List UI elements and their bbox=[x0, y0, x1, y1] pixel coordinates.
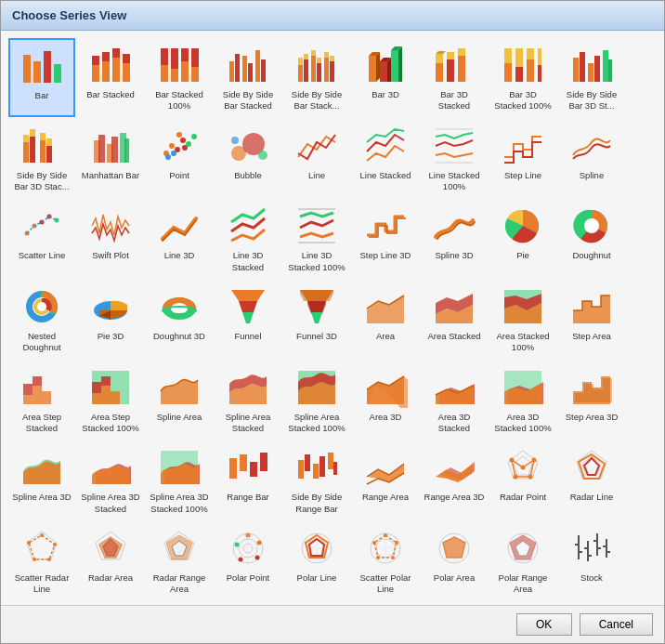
chart-item-radar-range-area[interactable]: Radar Range Area bbox=[146, 521, 213, 600]
radar-point-label: Radar Point bbox=[500, 492, 546, 503]
chart-item-bar-3d[interactable]: Bar 3D bbox=[352, 38, 419, 117]
svg-rect-44 bbox=[391, 50, 398, 82]
chart-item-doughnut[interactable]: Doughnut bbox=[558, 199, 625, 278]
chart-item-area-3d-stacked[interactable]: Area 3D Stacked bbox=[421, 361, 488, 440]
cancel-button[interactable]: Cancel bbox=[580, 613, 653, 636]
svg-point-174 bbox=[40, 533, 44, 537]
chart-item-bar-3d-stacked[interactable]: Bar 3D Stacked bbox=[421, 38, 488, 117]
chart-item-bar-stacked-100[interactable]: Bar Stacked 100% bbox=[146, 38, 213, 117]
chart-item-line-3d-stacked-100[interactable]: Line 3D Stacked 100% bbox=[283, 199, 350, 278]
chart-item-line[interactable]: Line bbox=[283, 119, 350, 198]
svg-rect-73 bbox=[40, 133, 46, 140]
side-by-side-bar-stacked-label: Side By Side Bar Stacked bbox=[217, 89, 279, 112]
chart-item-swift-plot[interactable]: Swift Plot bbox=[77, 199, 144, 278]
chart-item-polar-range-area[interactable]: Polar Range Area bbox=[489, 521, 556, 600]
area-stacked-label: Area Stacked bbox=[427, 331, 480, 342]
chart-item-range-bar[interactable]: Range Bar bbox=[215, 440, 281, 519]
ok-button[interactable]: OK bbox=[516, 613, 572, 636]
chart-item-funnel-3d[interactable]: Funnel 3D bbox=[283, 280, 350, 359]
chart-item-step-area-3d[interactable]: Step Area 3D bbox=[558, 361, 625, 440]
chart-item-stock[interactable]: Stock bbox=[558, 521, 625, 600]
chart-item-area-stacked-100[interactable]: Area Stacked 100% bbox=[489, 280, 556, 359]
chart-item-doughnut-3d[interactable]: Doughnut 3D bbox=[146, 280, 213, 359]
bar-label: Bar bbox=[35, 90, 49, 101]
line-3d-stacked-label: Line 3D Stacked bbox=[217, 250, 279, 273]
step-area-label: Step Area bbox=[572, 331, 611, 342]
chart-item-point[interactable]: Point bbox=[146, 119, 213, 198]
chart-item-step-line[interactable]: Step Line bbox=[489, 119, 556, 198]
chart-item-spline-area-3d-stacked-100[interactable]: Spline Area 3D Stacked 100% bbox=[146, 440, 213, 519]
svg-point-207 bbox=[395, 541, 398, 545]
chart-item-bubble[interactable]: Bubble bbox=[215, 119, 281, 198]
chart-item-line-stacked[interactable]: Line Stacked bbox=[352, 119, 419, 198]
svg-rect-32 bbox=[317, 63, 321, 82]
chart-item-polar-line[interactable]: Polar Line bbox=[283, 521, 350, 600]
polar-line-icon bbox=[294, 526, 339, 571]
chart-item-funnel[interactable]: Funnel bbox=[215, 280, 281, 359]
chart-item-manhattan-bar[interactable]: Manhattan Bar bbox=[77, 119, 144, 198]
svg-point-87 bbox=[191, 134, 197, 139]
chart-item-area-step-stacked[interactable]: Area Step Stacked bbox=[8, 361, 75, 440]
svg-rect-13 bbox=[161, 48, 168, 65]
chart-item-bar[interactable]: Bar bbox=[8, 38, 75, 117]
chart-item-step-line-3d[interactable]: Step Line 3D bbox=[352, 199, 419, 278]
svg-rect-15 bbox=[171, 48, 178, 69]
chart-item-spline-area-stacked-100[interactable]: Spline Area Stacked 100% bbox=[283, 361, 350, 440]
chart-grid: Bar Bar Stacked bbox=[1, 31, 664, 605]
spline-area-3d-stacked-100-icon bbox=[157, 445, 202, 490]
chart-item-area-step-stacked-100[interactable]: Area Step Stacked 100% bbox=[77, 361, 144, 440]
chart-item-spline-3d[interactable]: Spline 3D bbox=[421, 199, 488, 278]
chart-item-nested-doughnut[interactable]: Nested Doughnut bbox=[8, 280, 75, 359]
svg-point-90 bbox=[176, 132, 182, 138]
scatter-radar-line-label: Scatter Radar Line bbox=[11, 572, 72, 596]
chart-item-line-stacked-100[interactable]: Line Stacked 100% bbox=[421, 119, 488, 198]
chart-item-area[interactable]: Area bbox=[352, 280, 419, 359]
svg-marker-46 bbox=[398, 46, 402, 82]
svg-rect-75 bbox=[46, 138, 52, 146]
bubble-icon bbox=[226, 124, 270, 168]
chart-item-area-stacked[interactable]: Area Stacked bbox=[421, 280, 488, 359]
chart-item-spline-area[interactable]: Spline Area bbox=[146, 361, 213, 440]
svg-rect-25 bbox=[261, 59, 266, 82]
chart-item-scatter-line[interactable]: Scatter Line bbox=[8, 199, 75, 278]
chart-item-spline[interactable]: Spline bbox=[558, 119, 625, 198]
chart-item-bar-stacked[interactable]: Bar Stacked bbox=[77, 38, 144, 117]
chart-item-spline-area-3d[interactable]: Spline Area 3D bbox=[8, 440, 75, 519]
chart-item-side-by-side-range-bar[interactable]: Side By Side Range Bar bbox=[283, 440, 350, 519]
svg-point-176 bbox=[47, 558, 51, 561]
chart-item-range-area-3d[interactable]: Range Area 3D bbox=[421, 440, 488, 519]
chart-item-radar-point[interactable]: Radar Point bbox=[489, 440, 556, 519]
chart-item-scatter-polar-line[interactable]: Scatter Polar Line bbox=[352, 521, 419, 600]
chart-item-radar-line[interactable]: Radar Line bbox=[558, 440, 625, 519]
chart-item-area-3d-stacked-100[interactable]: Area 3D Stacked 100% bbox=[489, 361, 556, 440]
dialog-title: Choose Series View bbox=[1, 1, 664, 31]
chart-item-step-area[interactable]: Step Area bbox=[558, 280, 625, 359]
svg-rect-70 bbox=[30, 137, 35, 163]
chart-item-side-by-side-bar-3d-st[interactable]: Side By Side Bar 3D St... bbox=[558, 38, 625, 117]
chart-item-spline-area-3d-stacked[interactable]: Spline Area 3D Stacked bbox=[77, 440, 144, 519]
svg-point-178 bbox=[27, 541, 31, 545]
spline-area-3d-stacked-100-label: Spline Area 3D Stacked 100% bbox=[149, 492, 210, 515]
chart-item-side-by-side-bar-3d-stac[interactable]: Side By Side Bar 3D Stac... bbox=[8, 119, 75, 198]
chart-item-polar-area[interactable]: Polar Area bbox=[421, 521, 488, 600]
scatter-radar-line-icon bbox=[20, 526, 64, 571]
chart-item-side-by-side-bar-stacked[interactable]: Side By Side Bar Stacked bbox=[215, 38, 281, 117]
svg-rect-63 bbox=[580, 52, 585, 82]
chart-item-radar-area[interactable]: Radar Area bbox=[77, 521, 144, 600]
chart-item-scatter-radar-line[interactable]: Scatter Radar Line bbox=[8, 521, 75, 600]
chart-item-pie-3d[interactable]: Pie 3D bbox=[77, 280, 144, 359]
svg-rect-30 bbox=[311, 56, 316, 82]
chart-item-line-3d-stacked[interactable]: Line 3D Stacked bbox=[215, 199, 281, 278]
svg-point-209 bbox=[376, 556, 380, 559]
chart-item-pie[interactable]: Pie bbox=[489, 199, 556, 278]
chart-item-side-by-side-bar-stack2[interactable]: Side By Side Bar Stack... bbox=[283, 38, 350, 117]
chart-item-bar-3d-stacked-100[interactable]: Bar 3D Stacked 100% bbox=[489, 38, 556, 117]
chart-item-range-area[interactable]: Range Area bbox=[352, 440, 419, 519]
chart-item-spline-area-stacked[interactable]: Spline Area Stacked bbox=[215, 361, 281, 440]
radar-range-area-icon bbox=[157, 526, 202, 571]
chart-item-polar-point[interactable]: Polar Point bbox=[215, 521, 281, 600]
chart-item-line-3d[interactable]: Line 3D bbox=[146, 199, 213, 278]
bar-icon bbox=[20, 44, 64, 88]
chart-item-area-3d[interactable]: Area 3D bbox=[352, 361, 419, 440]
svg-rect-34 bbox=[324, 58, 329, 82]
